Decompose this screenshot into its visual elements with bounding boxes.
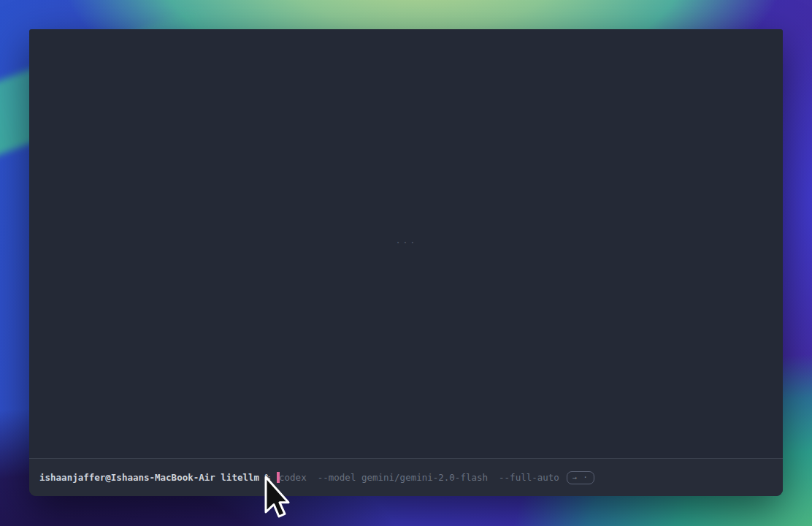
autosuggestion-command: codex --model gemini/gemini-2.0-flash --…: [279, 471, 559, 484]
tab-key-hint-badge: → ·: [567, 471, 594, 484]
terminal-output-area: ...: [29, 29, 783, 458]
terminal-window[interactable]: ... ishaanjaffer@Ishaans-MacBook-Air lit…: [29, 29, 783, 496]
terminal-prompt-bar[interactable]: ishaanjaffer@Ishaans-MacBook-Air litellm…: [29, 458, 783, 496]
loading-ellipsis: ...: [395, 235, 416, 245]
prompt-user-host: ishaanjaffer@Ishaans-MacBook-Air: [39, 471, 215, 484]
prompt-directory: litellm: [221, 471, 259, 484]
prompt-symbol: %: [265, 471, 271, 484]
